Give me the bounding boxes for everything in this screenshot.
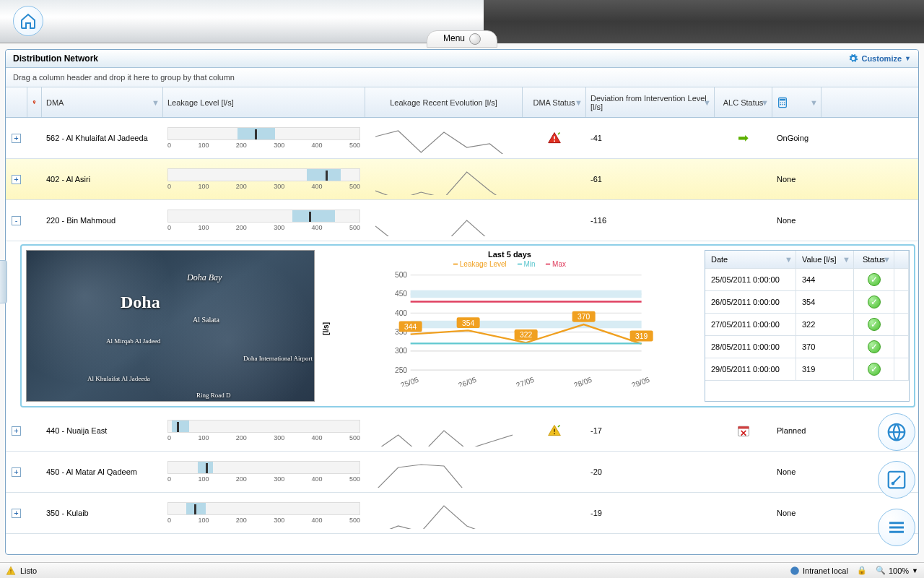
table-row[interactable]: + 562 - Al Khulaifat Al Jadeeda 01002003… — [6, 118, 918, 159]
svg-text:400: 400 — [395, 309, 407, 317]
svg-text:25/05: 25/05 — [399, 376, 419, 387]
distribution-panel: Distribution Network Customize ▼ Drag a … — [5, 49, 919, 555]
expand-toggle[interactable]: + — [12, 426, 21, 436]
globe-button[interactable] — [878, 413, 915, 451]
status-text: None — [772, 493, 821, 533]
alert-yellow-icon — [546, 423, 562, 438]
map-label: Doha Bay — [187, 272, 222, 283]
detail-map[interactable]: DohaDoha BayAl SalataAl Mirqab Al Jadeed… — [26, 250, 315, 402]
dt-value: 354 — [796, 291, 854, 313]
dt-col-date[interactable]: Date▼ — [705, 251, 796, 268]
chart-svg: 25030035040045050034435432237031925/0526… — [330, 271, 697, 387]
col-calc[interactable]: ▼ — [772, 87, 821, 117]
dt-value: 370 — [796, 336, 854, 358]
edit-chart-button[interactable] — [878, 461, 915, 499]
sparkline — [375, 497, 513, 529]
filter-icon[interactable]: ▼ — [575, 98, 583, 107]
dt-value: 319 — [796, 358, 854, 380]
group-by-area[interactable]: Drag a column header and drop it here to… — [6, 68, 918, 87]
globe-icon — [886, 421, 907, 443]
detail-panel: DohaDoha BayAl SalataAl Mirqab Al Jadeed… — [20, 244, 915, 407]
expand-toggle[interactable]: + — [12, 467, 21, 477]
panel-title: Distribution Network — [13, 53, 98, 64]
svg-point-4 — [782, 102, 783, 103]
dma-name: 450 - Al Matar Al Qadeem — [42, 452, 163, 492]
map-pin-icon — [32, 97, 37, 108]
col-expand — [6, 87, 27, 117]
gear-icon — [848, 53, 858, 64]
list-button[interactable] — [878, 509, 915, 546]
detail-row[interactable]: 25/05/2011 0:00:00 344 ✓ — [705, 269, 909, 291]
sparkline — [375, 456, 513, 488]
svg-text:344: 344 — [404, 323, 417, 331]
filter-icon[interactable]: ▼ — [842, 255, 850, 264]
svg-text:322: 322 — [520, 331, 532, 339]
col-deviation[interactable]: Deviation from Intervention Level [l/s]▼ — [586, 87, 715, 117]
home-button[interactable] — [13, 6, 43, 36]
svg-point-7 — [782, 103, 783, 105]
list-icon — [886, 517, 907, 538]
chart-legend: ━ Leakage Level ━ Min ━ Max — [322, 260, 697, 268]
filter-icon[interactable]: ▼ — [810, 98, 818, 107]
dt-col-value[interactable]: Value [l/s]▼ — [796, 251, 854, 268]
col-alc-status[interactable]: ALC Status▼ — [715, 87, 772, 117]
table-row[interactable]: + 440 - Nuaija East 0100200300400500 -17… — [6, 410, 918, 452]
dt-col-status[interactable]: Status▼ — [854, 251, 894, 268]
top-bar: Menu — [0, 0, 924, 43]
detail-row[interactable]: 28/05/2011 0:00:00 370 ✓ — [705, 336, 909, 358]
expand-toggle[interactable]: + — [12, 175, 21, 184]
filter-icon[interactable]: ▼ — [152, 98, 160, 107]
grid-body: + 562 - Al Khulaifat Al Jadeeda 01002003… — [6, 118, 918, 554]
filter-icon[interactable]: ▼ — [761, 98, 769, 107]
expand-toggle[interactable]: - — [12, 216, 21, 225]
map-label: Al Mirqab Al Jadeed — [106, 337, 160, 345]
menu-dropdown[interactable]: Menu — [427, 30, 497, 48]
table-row[interactable]: + 450 - Al Matar Al Qadeem 0100200300400… — [6, 452, 918, 493]
filter-icon[interactable]: ▼ — [883, 255, 891, 264]
svg-text:27/05: 27/05 — [515, 376, 535, 387]
dt-date: 25/05/2011 0:00:00 — [705, 269, 796, 290]
expand-toggle[interactable]: + — [12, 134, 21, 143]
filter-icon[interactable]: ▼ — [703, 98, 711, 107]
dt-date: 27/05/2011 0:00:00 — [705, 314, 796, 335]
col-dma[interactable]: DMA▼ — [42, 87, 163, 117]
svg-point-44 — [892, 483, 894, 485]
detail-table: Date▼ Value [l/s]▼ Status▼ 25/05/2011 0:… — [705, 250, 910, 402]
col-evolution[interactable]: Leakage Recent Evolution [l/s] — [365, 87, 523, 117]
map-label: Doha International Airport — [243, 355, 313, 362]
svg-rect-23 — [411, 290, 642, 298]
col-leakage[interactable]: Leakage Level [l/s] — [163, 87, 365, 117]
status-text: None — [772, 452, 821, 492]
dt-date: 29/05/2011 0:00:00 — [705, 358, 796, 380]
col-dma-status[interactable]: DMA Status▼ — [523, 87, 586, 117]
status-text: OnGoing — [772, 118, 821, 158]
float-buttons — [878, 413, 915, 546]
svg-text:26/05: 26/05 — [457, 376, 477, 387]
table-row[interactable]: + 350 - Kulaib 0100200300400500 -19 None — [6, 493, 918, 534]
ok-icon: ✓ — [868, 340, 881, 353]
detail-row[interactable]: 26/05/2011 0:00:00 354 ✓ — [705, 291, 909, 314]
expand-toggle[interactable]: + — [12, 509, 21, 518]
column-header-row: DMA▼ Leakage Level [l/s] Leakage Recent … — [6, 87, 918, 118]
table-row[interactable]: - 220 - Bin Mahmoud 0100200300400500 -11… — [6, 200, 918, 241]
filter-icon[interactable]: ▼ — [785, 255, 793, 264]
detail-row[interactable]: 27/05/2011 0:00:00 322 ✓ — [705, 314, 909, 336]
alert-red-icon — [546, 131, 562, 145]
table-row[interactable]: + 402 - Al Asiri 0100200300400500 -61 No… — [6, 159, 918, 200]
dma-name: 562 - Al Khulaifat Al Jadeeda — [42, 118, 163, 158]
svg-text:28/05: 28/05 — [572, 376, 593, 387]
svg-point-5 — [784, 102, 785, 103]
col-map-icon[interactable] — [27, 87, 42, 117]
customize-button[interactable]: Customize ▼ — [848, 53, 911, 64]
map-label: Doha — [121, 293, 160, 312]
svg-point-39 — [554, 433, 555, 434]
detail-row[interactable]: 29/05/2011 0:00:00 319 ✓ — [705, 358, 909, 381]
map-label: Ring Road D — [196, 392, 231, 399]
leakage-gauge: 0100200300400500 — [167, 210, 360, 231]
map-label: Al Salata — [193, 316, 219, 324]
svg-text:450: 450 — [395, 290, 407, 298]
svg-text:319: 319 — [635, 332, 648, 340]
dt-date: 28/05/2011 0:00:00 — [705, 336, 796, 358]
sparkline — [375, 204, 513, 236]
dma-name: 350 - Kulaib — [42, 493, 163, 533]
